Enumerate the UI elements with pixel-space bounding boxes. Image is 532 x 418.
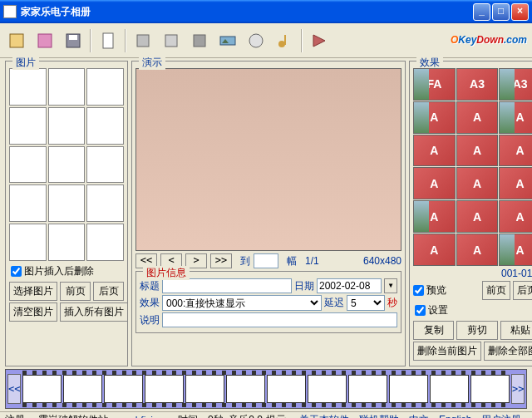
film-frame[interactable] (430, 375, 469, 403)
next-page-button[interactable]: 后页 (93, 282, 124, 301)
film-frame[interactable] (22, 375, 62, 403)
film-frame[interactable] (470, 375, 510, 403)
paste-button[interactable]: 粘贴 (500, 321, 532, 340)
thumb-cell[interactable] (9, 146, 47, 184)
desc-label: 说明 (140, 313, 160, 327)
film-frame[interactable] (389, 375, 428, 403)
thumb-cell[interactable] (86, 224, 124, 261)
thumb-cell[interactable] (48, 184, 86, 222)
tool-a[interactable] (131, 28, 155, 53)
thumb-cell[interactable] (48, 146, 86, 184)
preview-checkbox[interactable]: 预览 (413, 283, 446, 298)
fx-cell[interactable]: FA (413, 68, 456, 101)
fx-cell[interactable]: A (499, 200, 532, 233)
film-frame[interactable] (308, 375, 347, 403)
cut-button[interactable]: 剪切 (456, 321, 497, 340)
title-input[interactable] (162, 278, 292, 293)
close-button[interactable]: × (511, 3, 529, 21)
page-indicator: 1/1 (305, 255, 319, 267)
fx-cell[interactable]: A (456, 135, 499, 167)
fx-cell[interactable]: A (456, 101, 499, 134)
goto-input[interactable] (254, 253, 278, 268)
center-panel: 演示 << < > >> 到 幅 1/1 640x480 图片信息 标题 日期 … (131, 61, 406, 366)
fx-cell[interactable]: A (413, 135, 456, 167)
filmstrip-prev-button[interactable]: << (7, 374, 21, 404)
preview-area (135, 68, 401, 251)
select-image-button[interactable]: 选择图片 (9, 282, 57, 301)
url-link[interactable]: www.hfjsj.com (111, 415, 175, 419)
tool-open[interactable] (33, 28, 57, 53)
thumb-cell[interactable] (9, 107, 47, 145)
thumb-cell[interactable] (48, 68, 86, 106)
effect-select[interactable]: 000:直接快速显示 (162, 295, 322, 311)
svg-rect-3 (69, 35, 77, 40)
thumb-cell[interactable] (86, 184, 124, 222)
tool-d[interactable] (244, 28, 268, 53)
tips-link[interactable]: 关于本软件、联机帮助、中文、English、用户注册、新的改动 (299, 413, 532, 418)
film-frame[interactable] (63, 375, 102, 403)
tool-save[interactable] (62, 28, 85, 53)
maximize-button[interactable]: □ (492, 3, 510, 21)
status-bar: 注册： 霰崶破解软件站 www.hfjsj.com 时间：0秒, 音乐0.0 提… (0, 411, 532, 418)
title-label: 标题 (140, 279, 160, 293)
copy-button[interactable]: 复制 (413, 321, 454, 340)
thumb-cell[interactable] (86, 146, 124, 184)
thumb-cell[interactable] (9, 68, 47, 106)
svg-rect-5 (137, 35, 149, 47)
delete-current-button[interactable]: 删除当前图片 (413, 342, 481, 361)
fx-cell[interactable]: A (456, 200, 499, 233)
film-frame[interactable] (226, 375, 265, 403)
fx-cell[interactable]: A (456, 234, 499, 266)
prev-page-button[interactable]: 前页 (60, 282, 91, 301)
tool-e[interactable] (308, 28, 331, 53)
thumb-cell[interactable] (86, 107, 124, 145)
thumb-cell[interactable] (9, 224, 47, 261)
fx-cell[interactable]: A (413, 200, 456, 233)
fx-cell[interactable]: A3 (499, 68, 532, 101)
delete-all-button[interactable]: 删除全部图片 (484, 342, 532, 361)
thumb-cell[interactable] (9, 184, 47, 222)
tool-page[interactable] (96, 28, 120, 53)
clear-images-button[interactable]: 清空图片 (9, 302, 57, 322)
settings-checkbox[interactable]: 设置 (415, 303, 532, 317)
fx-cell[interactable]: A (499, 234, 532, 266)
fx-cell[interactable]: A (499, 167, 532, 199)
tool-c[interactable] (188, 28, 211, 53)
desc-input[interactable] (162, 312, 397, 327)
fx-cell[interactable]: A (413, 167, 456, 199)
thumb-cell[interactable] (48, 224, 86, 261)
delete-after-insert-checkbox[interactable]: 图片插入后删除 (11, 264, 122, 278)
film-frame[interactable] (104, 375, 143, 403)
to-label: 到 (240, 254, 250, 268)
date-input[interactable] (317, 278, 382, 293)
thumb-cell[interactable] (48, 107, 86, 145)
fx-next-button[interactable]: 后页 (513, 281, 532, 300)
delay-select[interactable]: 5 (347, 295, 385, 311)
fx-cell[interactable]: A (499, 135, 532, 167)
fx-cell[interactable]: A (499, 101, 532, 134)
filmstrip-next-button[interactable]: >> (511, 374, 525, 404)
minimize-button[interactable]: _ (473, 3, 490, 21)
tool-image[interactable] (216, 28, 239, 53)
film-frame[interactable] (267, 375, 306, 403)
thumb-cell[interactable] (86, 68, 124, 106)
thumbnail-grid (9, 68, 124, 261)
film-frame[interactable] (348, 375, 387, 403)
fx-cell[interactable]: A (413, 101, 456, 134)
fx-cell[interactable]: A3 (456, 68, 499, 101)
fx-prev-button[interactable]: 前页 (482, 281, 510, 300)
tool-b[interactable] (160, 28, 183, 53)
window-title: 家家乐电子相册 (21, 5, 473, 19)
fx-cell[interactable]: A (413, 234, 456, 266)
tool-new[interactable] (5, 28, 28, 53)
dimension-label: 640x480 (363, 255, 401, 267)
date-picker-button[interactable]: ▾ (384, 278, 397, 293)
reg-label: 注册： (5, 413, 35, 418)
film-frame[interactable] (145, 375, 184, 403)
last-button[interactable]: >> (210, 253, 232, 268)
insert-all-button[interactable]: 插入所有图片 (60, 302, 128, 322)
tip-label: 提示： (266, 413, 296, 418)
film-frame[interactable] (185, 375, 224, 403)
tool-music[interactable] (273, 28, 296, 53)
fx-cell[interactable]: A (456, 167, 499, 199)
